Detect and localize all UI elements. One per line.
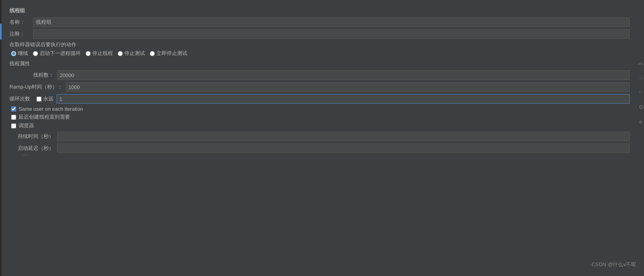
comment-input[interactable] (33, 29, 630, 39)
section-title: 线程组 (10, 7, 630, 14)
rampup-label: Ramp-Up时间（秒）： (10, 83, 66, 91)
radio-stop-test-now-label: 立即停止测试 (156, 50, 187, 57)
name-label: 名称： (10, 19, 33, 26)
loop-count-input[interactable] (57, 94, 630, 104)
radio-start-next[interactable]: 启动下一进程循环 (33, 50, 81, 57)
delay-create-row: 延迟创建线程直到需要 (11, 113, 630, 121)
right-label-1: ( (638, 63, 644, 65)
duration-label: 持续时间（秒） (10, 133, 57, 140)
startup-delay-input[interactable] (57, 144, 630, 153)
form-wrapper: 线程组 名称： 注释： 在取样器错误后要执行的动作 继续 (10, 4, 630, 159)
error-action-radio-group: 继续 启动下一进程循环 停止线程 停止测试 立即停止测试 (11, 50, 630, 57)
forever-checkbox[interactable] (36, 96, 42, 102)
radio-continue-label: 继续 (18, 50, 28, 57)
startup-delay-row: 启动延迟（秒） (10, 144, 630, 153)
rampup-row: Ramp-Up时间（秒）： (10, 82, 630, 92)
name-row: 名称： (10, 17, 630, 27)
forever-checkbox-group: 永远 (36, 95, 53, 102)
radio-start-next-label: 启动下一进程循环 (40, 50, 81, 57)
radio-stop-test[interactable]: 停止测试 (118, 50, 145, 57)
delay-create-checkbox[interactable] (11, 115, 16, 120)
right-label-4: O (638, 105, 644, 109)
scheduler-checkbox[interactable] (11, 123, 16, 129)
radio-stop-thread[interactable]: 停止线程 (86, 50, 113, 57)
loop-count-row: 循环次数 永远 (10, 94, 630, 104)
app-container: 线程组 名称： 注释： 在取样器错误后要执行的动作 继续 (0, 0, 644, 276)
comment-label: 注释： (10, 30, 33, 38)
right-label-3: ↓ (638, 91, 644, 93)
main-content: 线程组 名称： 注释： 在取样器错误后要执行的动作 继续 (2, 0, 638, 276)
same-user-checkbox[interactable] (11, 106, 16, 112)
loop-count-label: 循环次数 (10, 95, 33, 102)
radio-stop-thread-label: 停止线程 (92, 50, 113, 57)
delay-create-label[interactable]: 延迟创建线程直到需要 (19, 113, 70, 121)
right-sidebar: ( ↑ ↓ O ≡ (638, 0, 644, 276)
scheduler-row: 调度器 (11, 122, 630, 129)
scheduler-label[interactable]: 调度器 (19, 122, 34, 129)
duration-row: 持续时间（秒） (10, 132, 630, 141)
radio-continue[interactable]: 继续 (11, 50, 28, 57)
watermark: CSDN @什么v不呢 (592, 261, 636, 268)
error-action-label: 在取样器错误后要执行的动作 (10, 41, 630, 48)
right-label-2: ↑ (638, 77, 644, 79)
right-label-5: ≡ (638, 121, 644, 123)
forever-label[interactable]: 永远 (43, 95, 53, 102)
thread-count-row: 线程数： (10, 70, 630, 80)
same-user-label[interactable]: Same user on each iteration (19, 106, 83, 112)
name-input[interactable] (33, 17, 630, 27)
radio-stop-test-label: 停止测试 (124, 50, 145, 57)
thread-count-input[interactable] (57, 70, 630, 80)
radio-stop-test-now[interactable]: 立即停止测试 (150, 50, 187, 57)
startup-delay-label: 启动延迟（秒） (10, 145, 57, 152)
comment-row: 注释： (10, 29, 630, 39)
resize-handle[interactable]: ⋮ (23, 152, 27, 158)
rampup-input[interactable] (66, 82, 630, 92)
thread-props-title: 线程属性 (10, 60, 630, 67)
same-user-row: Same user on each iteration (11, 106, 630, 112)
duration-input[interactable] (57, 132, 630, 141)
thread-count-label: 线程数： (10, 72, 57, 79)
